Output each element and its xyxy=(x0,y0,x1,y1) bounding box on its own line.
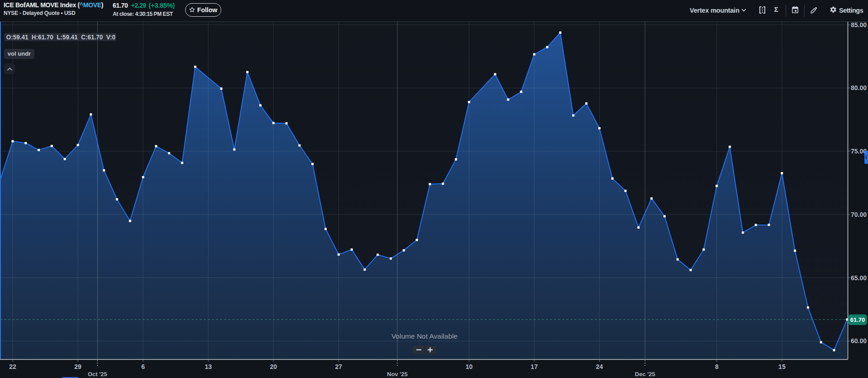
svg-text:85.00: 85.00 xyxy=(851,21,867,29)
svg-text:Dec '25: Dec '25 xyxy=(635,371,655,378)
svg-text:17: 17 xyxy=(531,363,538,370)
svg-text:29: 29 xyxy=(74,363,81,370)
svg-text:65.00: 65.00 xyxy=(851,274,867,282)
svg-text:20: 20 xyxy=(270,363,277,370)
svg-text:13: 13 xyxy=(205,363,212,370)
svg-text:22: 22 xyxy=(9,363,16,370)
svg-text:Oct '25: Oct '25 xyxy=(88,371,107,378)
svg-text:70.00: 70.00 xyxy=(851,211,867,218)
svg-text:6: 6 xyxy=(141,363,145,370)
svg-text:61.70: 61.70 xyxy=(850,316,865,323)
svg-text:Nov '25: Nov '25 xyxy=(387,371,408,378)
svg-text:60.00: 60.00 xyxy=(851,337,867,345)
svg-text:80.00: 80.00 xyxy=(851,84,867,91)
svg-text:15: 15 xyxy=(778,363,786,370)
svg-text:10: 10 xyxy=(466,363,473,370)
svg-text:8: 8 xyxy=(715,363,719,370)
svg-text:75.00: 75.00 xyxy=(851,148,867,155)
svg-text:24: 24 xyxy=(596,363,603,370)
svg-text:27: 27 xyxy=(335,363,343,370)
